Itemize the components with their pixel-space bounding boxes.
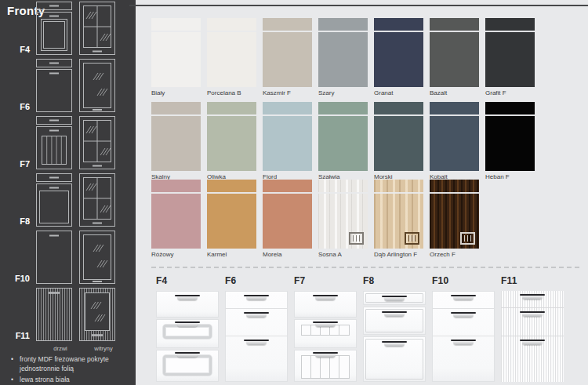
door-sketch-f10 bbox=[36, 231, 72, 284]
drawer-handle bbox=[451, 340, 476, 345]
front-preview-label: F11 bbox=[501, 276, 564, 286]
front-style-label: F8 bbox=[0, 217, 36, 227]
door-sketch-f11 bbox=[36, 288, 72, 341]
front-preview-f4: F4 bbox=[156, 276, 219, 382]
door-sketch-f6 bbox=[36, 59, 72, 112]
front-preview-label: F4 bbox=[156, 276, 219, 286]
color-swatch-porcelana-b bbox=[207, 18, 256, 87]
swatch-label: Biały bbox=[151, 89, 201, 96]
glass-column-label: witryny bbox=[85, 345, 122, 352]
drawer-front-plain bbox=[294, 291, 357, 318]
color-swatch-morela bbox=[263, 180, 312, 249]
color-swatch-grid: BiałyPorcelana BKaszmir FSzaryGranatBaza… bbox=[151, 18, 543, 265]
swatch-cell: Heban F bbox=[485, 102, 535, 180]
color-swatch-granat bbox=[374, 18, 423, 87]
swatch-label: Heban F bbox=[485, 173, 535, 180]
swatch-cell: Bazalt bbox=[430, 18, 479, 96]
swatch-cell: Szary bbox=[318, 18, 368, 96]
swatch-cell: Skalny bbox=[151, 102, 201, 180]
glass-door-sketch-f7 bbox=[79, 116, 115, 169]
drawer-section bbox=[433, 292, 494, 308]
color-swatch-oliwka bbox=[207, 102, 256, 171]
swatch-cell: Sosna A bbox=[318, 180, 368, 258]
drawer-handle bbox=[175, 321, 200, 327]
drawer-handle bbox=[520, 294, 545, 300]
drawer-front-plain bbox=[156, 291, 219, 318]
swatch-cell: Różowy bbox=[151, 180, 201, 258]
drawer-front-frame bbox=[363, 336, 426, 382]
door-sketch-f8 bbox=[36, 173, 72, 227]
swatch-cell: Szałwia bbox=[318, 102, 368, 180]
color-swatch-grafit-f bbox=[485, 18, 535, 87]
color-swatch-bazalt bbox=[430, 18, 479, 87]
front-style-row: F11 bbox=[0, 288, 136, 341]
front-preview-f6: F6 bbox=[225, 276, 288, 382]
color-swatch-sza-wia bbox=[318, 102, 368, 171]
front-style-row: F10 bbox=[0, 231, 136, 284]
joined-front bbox=[432, 291, 495, 382]
drawer-section bbox=[501, 291, 564, 307]
drawer-handle bbox=[175, 295, 200, 300]
drawer-handle bbox=[451, 312, 476, 318]
catalog-page: Fronty F4F6F7F8F10F11 drzwi witryny fron… bbox=[0, 0, 588, 385]
drawer-section bbox=[226, 336, 287, 381]
cabinet-drawing bbox=[432, 291, 495, 382]
drawer-front-frame bbox=[363, 307, 426, 335]
drawer-section bbox=[433, 308, 494, 336]
recessed-panel bbox=[163, 355, 212, 376]
swatch-cell: Kaszmir F bbox=[263, 18, 312, 96]
swatch-cell: Fiord bbox=[263, 102, 312, 180]
note-item: lewa strona biała bbox=[11, 375, 129, 384]
color-swatch-kaszmir-f bbox=[263, 18, 312, 87]
front-style-row: F7 bbox=[0, 116, 136, 169]
drawer-section bbox=[433, 336, 494, 381]
front-style-label: F11 bbox=[0, 332, 36, 341]
color-swatch-r-owy bbox=[151, 180, 201, 249]
color-swatch-orzech-f bbox=[430, 180, 479, 249]
top-rule-divider bbox=[129, 5, 588, 6]
drawer-front-panel bbox=[156, 350, 219, 382]
doors-column-label: drzwi bbox=[42, 345, 78, 352]
drawer-handle bbox=[382, 311, 407, 317]
glass-door-sketch-f4 bbox=[79, 2, 115, 55]
front-preview-label: F10 bbox=[432, 276, 495, 286]
color-swatch-morski bbox=[374, 102, 423, 171]
swatch-cell: Dąb Arlington F bbox=[374, 180, 423, 258]
front-preview-f10: F10 bbox=[432, 276, 495, 382]
color-swatch-bia-y bbox=[151, 18, 201, 87]
swatch-label: Sosna A bbox=[318, 251, 368, 258]
drawer-front-slats bbox=[294, 350, 357, 382]
drawer-handle bbox=[313, 352, 338, 358]
drawer-handle bbox=[244, 340, 269, 345]
drawer-section bbox=[501, 336, 564, 382]
drawer-handle bbox=[520, 340, 545, 345]
swatch-cell: Karmel bbox=[207, 180, 256, 258]
note-item: fronty MDF frezowane pokryte jednostronn… bbox=[11, 354, 129, 374]
drawer-front-frame bbox=[363, 291, 426, 305]
drawer-front-panel bbox=[156, 319, 219, 348]
drawer-handle bbox=[451, 295, 476, 300]
swatch-label: Różowy bbox=[151, 251, 201, 258]
door-sketch-f7 bbox=[36, 116, 72, 169]
front-preview-label: F8 bbox=[363, 276, 426, 286]
swatch-label: Morela bbox=[263, 251, 312, 258]
swatch-cell: Kobalt bbox=[430, 102, 479, 180]
swatch-cell: Oliwka bbox=[207, 102, 256, 180]
swatch-label: Grafit F bbox=[485, 89, 535, 96]
column-labels: drzwi witryny bbox=[42, 345, 129, 352]
drawer-section bbox=[226, 292, 287, 308]
swatch-label: Granat bbox=[374, 89, 423, 96]
drawer-handle bbox=[244, 295, 269, 300]
color-swatch-d-b-arlington-f bbox=[374, 180, 423, 249]
drawer-handle bbox=[313, 321, 338, 327]
door-sketch-f4 bbox=[36, 2, 72, 55]
swatch-cell: Granat bbox=[374, 18, 423, 96]
swatch-cell: Porcelana B bbox=[207, 18, 256, 96]
color-swatch-karmel bbox=[207, 180, 256, 249]
front-style-row: F8 bbox=[0, 173, 136, 227]
swatch-cell: Morela bbox=[263, 180, 312, 258]
front-style-label: F6 bbox=[0, 103, 36, 112]
wood-grain-direction-icon bbox=[460, 232, 475, 245]
swatch-cell: Biały bbox=[151, 18, 201, 96]
glass-door-sketch-f8 bbox=[79, 173, 115, 227]
